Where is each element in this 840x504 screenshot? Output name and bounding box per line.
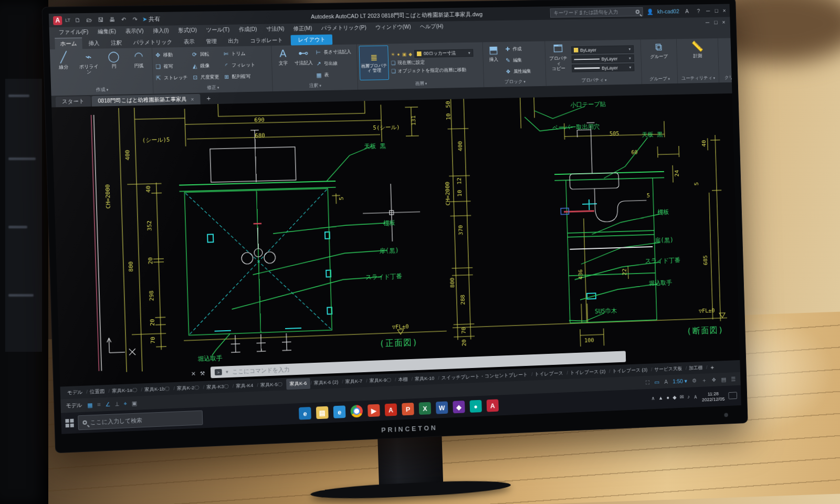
match-properties-button[interactable]: 🗔 プロパティ コピー <box>547 43 570 77</box>
ribbon-tab[interactable]: 管理 <box>201 36 222 47</box>
undo-icon[interactable]: ↶ <box>119 16 128 23</box>
status-tool-icon[interactable]: A <box>664 379 668 385</box>
lineweight-dropdown[interactable]: ByLayer ▼ <box>572 64 634 72</box>
taskbar-app-icon[interactable]: W <box>436 401 448 414</box>
plot-icon[interactable]: 🖶 <box>108 16 117 23</box>
taskbar-app-icon[interactable]: X <box>419 402 432 415</box>
menu-item[interactable]: ツール(T) <box>202 25 234 35</box>
redo-icon[interactable]: ↷ <box>131 16 139 23</box>
menu-item[interactable]: 表示(V) <box>121 26 148 36</box>
new-file-icon[interactable]: 🗋 <box>74 17 82 23</box>
layout-tab[interactable]: 家具-K3〇 <box>203 381 233 393</box>
ribbon-tool[interactable]: ⊷ 寸法記入 <box>294 47 313 82</box>
ribbon-tool[interactable]: ⇱ ストレッチ <box>155 72 188 84</box>
taskbar-clock[interactable]: 11:28 2022/12/05 <box>701 391 724 403</box>
ribbon-tab[interactable]: 注釈 <box>106 38 127 49</box>
restore-button[interactable]: □ <box>715 7 718 14</box>
layer-dropdown[interactable]: 00ロッカー寸法 ▼ <box>415 49 474 58</box>
menu-item[interactable]: 挿入(I) <box>149 26 173 36</box>
taskbar-app-icon[interactable] <box>350 405 363 418</box>
ribbon-tool[interactable]: ❏ 複写 <box>155 60 188 72</box>
menu-item[interactable]: ファイル(F) <box>55 27 93 37</box>
tab-start[interactable]: スタート <box>56 96 91 107</box>
doc-close-button[interactable]: × <box>722 19 725 25</box>
color-dropdown[interactable]: ByLayer ▼ <box>571 45 634 54</box>
layout-tab[interactable]: トイレブース (3) <box>608 364 651 376</box>
ribbon-tool[interactable]: ✥ 移動 <box>154 49 187 61</box>
ribbon-tool[interactable]: ╱ 線分 <box>52 50 76 86</box>
ribbon-tool[interactable]: ◭ 鏡像 <box>192 60 219 72</box>
taskbar-app-icon[interactable]: ● <box>469 400 481 413</box>
status-toggle-icon[interactable]: ∠ <box>105 401 110 407</box>
notification-center-icon[interactable] <box>728 392 737 399</box>
tray-icon[interactable]: ● <box>666 395 669 402</box>
layout-tab[interactable]: トイレブース <box>531 368 566 380</box>
ribbon-tool[interactable]: ⊢ 長さ寸法記入 <box>315 46 351 58</box>
status-tool-icon[interactable]: ⛶ <box>646 379 649 386</box>
doc-restore-button[interactable]: □ <box>714 19 717 26</box>
panel-title[interactable]: ユーティリティ <box>679 74 717 83</box>
ribbon-tab[interactable]: コラボレート <box>245 35 288 46</box>
ribbon-tool[interactable]: ◜ フィレット <box>223 59 255 71</box>
layout-tab[interactable]: 家具K-10 <box>411 373 438 385</box>
ribbon-tool[interactable]: ↗ 引出線 <box>315 58 351 70</box>
status-tool-icon[interactable]: 1:50 ▾ <box>673 377 687 385</box>
taskbar-app-icon[interactable]: e <box>299 407 311 420</box>
paste-button[interactable]: 📋 貼り付け <box>728 39 732 74</box>
layer-state-icons[interactable]: ☀ ● ▣ ◆ <box>391 51 413 57</box>
ribbon-tab[interactable]: 挿入 <box>83 38 104 49</box>
status-toggle-icon[interactable]: ⌗ <box>97 401 101 408</box>
tray-icon[interactable]: ✉ <box>680 394 684 402</box>
ribbon-tool[interactable]: ⊞ 配列複写 <box>223 71 256 83</box>
close-command-icon[interactable]: ✕ <box>191 371 196 377</box>
ribbon-tab[interactable]: ホーム <box>55 37 82 49</box>
group-button[interactable]: ⧉ グループ <box>646 40 671 75</box>
ribbon-tab[interactable]: 表示 <box>178 37 200 48</box>
search-icon[interactable] <box>636 10 640 14</box>
layout-tab[interactable]: 家具K-9〇 <box>366 374 395 386</box>
close-button[interactable]: × <box>723 7 726 14</box>
new-tab-button[interactable]: ＋ <box>201 93 216 104</box>
ribbon-tool[interactable]: ▦ 表 <box>316 69 352 81</box>
status-tool-icon[interactable]: ▭ <box>654 379 659 385</box>
model-space-label[interactable]: モデル <box>66 402 82 410</box>
layout-tab[interactable]: モデル <box>64 386 87 398</box>
status-toggle-icon[interactable]: ▣ <box>132 400 138 406</box>
layout-tab[interactable]: 加工棚 <box>685 362 706 374</box>
taskbar-app-icon[interactable]: ▶ <box>368 404 380 417</box>
layout-tab[interactable]: 家具K-1b〇 <box>141 383 173 395</box>
taskbar-app-icon[interactable]: ▤ <box>316 406 329 419</box>
autocad-logo-icon[interactable]: A <box>53 16 62 25</box>
drawing-canvas[interactable]: 690680(シール)55(シール)131CH=2000400403522080… <box>51 93 740 387</box>
tray-icon[interactable]: Ａ <box>693 394 698 401</box>
measure-button[interactable]: 📏 計測 <box>687 40 709 74</box>
menu-item[interactable]: 形式(O) <box>174 26 201 36</box>
status-tool-icon[interactable]: ⚙ <box>692 377 697 384</box>
panel-title[interactable]: クリップボード <box>721 73 732 83</box>
layout-tab[interactable]: 家具K-6 (2) <box>310 376 342 388</box>
taskbar-search-input[interactable]: ここに入力して検索 <box>78 411 203 430</box>
taskbar-app-icon[interactable]: ◆ <box>453 401 465 413</box>
signed-in-user[interactable]: kh-cad02 <box>657 8 679 15</box>
share-button[interactable]: ➤共有 <box>142 15 160 23</box>
menu-item[interactable]: 修正(M) <box>289 24 317 34</box>
move-to-layer-button[interactable]: ❏ オブジェクトを指定の画層に移動 <box>391 67 474 75</box>
help-icon[interactable]: ? <box>695 8 702 14</box>
ribbon-tool[interactable]: ⟳ 回転 <box>191 48 219 60</box>
ribbon-tool[interactable]: ⊡ 尺度変更 <box>192 71 219 83</box>
ribbon-tool[interactable]: ◠ 円弧 <box>127 49 151 85</box>
open-file-icon[interactable]: 🗁 <box>85 17 93 23</box>
menu-item[interactable]: 寸法(N) <box>262 24 289 34</box>
taskbar-app-icon[interactable]: e <box>333 405 346 418</box>
help-search-input[interactable]: キーワードまたは語句を入力 <box>550 7 643 18</box>
set-current-layer-button[interactable]: ❏ 現在層に設定 <box>391 58 474 67</box>
power-led[interactable] <box>724 413 728 417</box>
insert-block-button[interactable]: ⬒ 挿入 <box>485 44 503 78</box>
status-toggle-icon[interactable]: ⌖ <box>123 400 127 407</box>
ribbon-tab[interactable]: レイアウト <box>291 35 333 46</box>
tray-icon[interactable]: ◆ <box>673 394 676 402</box>
ribbon-tool[interactable]: ◯ 円 <box>102 50 126 86</box>
layout-tab[interactable]: サービス天板 <box>650 363 686 375</box>
layout-tab[interactable]: 家具K-7 <box>342 375 366 387</box>
ribbon-tool[interactable]: A 文字 <box>274 47 293 82</box>
